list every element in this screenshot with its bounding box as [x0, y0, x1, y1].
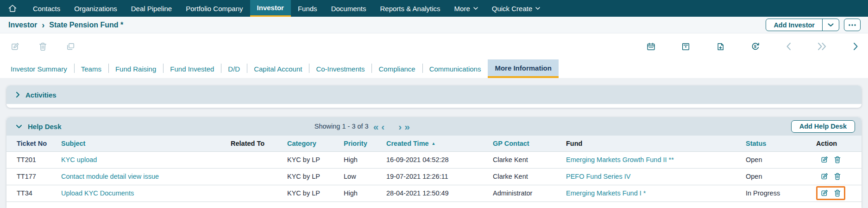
tab-fund-raising[interactable]: Fund Raising	[108, 59, 163, 78]
edit-icon[interactable]	[10, 42, 20, 52]
chevron-right-icon[interactable]	[852, 42, 859, 51]
column-header-ticket-no: Ticket No	[6, 136, 61, 151]
table-row: TT201 KYC upload KYC by LP High 16-09-20…	[6, 151, 862, 168]
record-toolbar: $	[0, 33, 868, 59]
breadcrumb-root[interactable]: Investor	[8, 21, 37, 29]
priority-cell: High	[344, 151, 386, 168]
table-row: TT34 Upload KYC Documents KYC by LP High…	[6, 185, 862, 202]
fund-link[interactable]: Emerging Markets Fund I *	[566, 189, 646, 197]
currency-refresh-icon[interactable]: $	[750, 41, 761, 52]
add-investor-button[interactable]: Add Investor	[766, 19, 822, 31]
nav-item-documents[interactable]: Documents	[324, 0, 373, 17]
next-page-icon[interactable]: ›	[398, 122, 402, 131]
nav-item-label: More	[454, 5, 470, 13]
nav-item-organizations[interactable]: Organizations	[67, 0, 124, 17]
delete-icon[interactable]	[834, 172, 841, 181]
nav-item-label: Funds	[298, 5, 317, 13]
help-desk-card: Help Desk Showing 1 - 3 of 3 « ‹ › » Add…	[6, 117, 862, 208]
edit-icon[interactable]	[820, 172, 829, 181]
nav-item-funds[interactable]: Funds	[291, 0, 324, 17]
nav-item-more[interactable]: More	[447, 0, 485, 17]
duplicate-icon[interactable]	[66, 42, 75, 52]
fund-link[interactable]: PEFO Fund Series IV	[566, 173, 630, 180]
ticket-no-cell: TT201	[6, 151, 61, 168]
activities-section-title: Activities	[25, 91, 57, 99]
column-header-status[interactable]: Status	[746, 136, 816, 151]
column-header-created-time[interactable]: Created Time▲	[386, 136, 493, 151]
category-cell: KYC by LP	[287, 168, 344, 185]
add-help-desk-button[interactable]: Add Help Desk	[791, 120, 855, 133]
more-actions-button[interactable]	[844, 19, 861, 31]
nav-item-reports-analytics[interactable]: Reports & Analytics	[373, 0, 447, 17]
tab-investor-summary[interactable]: Investor Summary	[4, 59, 74, 78]
chevron-left-icon[interactable]	[786, 42, 792, 51]
double-chevron-right-icon[interactable]	[817, 42, 827, 51]
pagination-status: Showing 1 - 3 of 3	[314, 123, 369, 130]
tab-co-investments[interactable]: Co-Investments	[309, 59, 371, 78]
nav-item-deal-pipeline[interactable]: Deal Pipeline	[124, 0, 179, 17]
priority-cell: Low	[344, 168, 386, 185]
home-icon	[7, 3, 18, 13]
report-icon[interactable]	[681, 42, 691, 52]
status-cell: In Progress	[746, 185, 816, 202]
breadcrumb-bar: Investor › State Pension Fund * Add Inve…	[0, 17, 868, 33]
help-desk-collapse-toggle[interactable]: Help Desk	[16, 123, 62, 130]
ticket-no-cell: TT177	[6, 168, 61, 185]
last-page-icon[interactable]: »	[404, 122, 410, 131]
category-cell: KYC by LP	[287, 185, 344, 202]
related-to-cell	[231, 168, 287, 185]
delete-icon[interactable]	[834, 156, 841, 164]
help-desk-section-header: Help Desk Showing 1 - 3 of 3 « ‹ › » Add…	[6, 117, 862, 136]
toolbar-left-group	[10, 42, 75, 52]
column-header-priority[interactable]: Priority	[344, 136, 386, 151]
tab-teams[interactable]: Teams	[74, 59, 108, 78]
gp-contact-cell: Clarke Kent	[493, 151, 566, 168]
nav-item-quick-create[interactable]: Quick Create	[485, 0, 547, 17]
status-cell: Open	[746, 151, 816, 168]
column-header-category[interactable]: Category	[287, 136, 344, 151]
subject-link[interactable]: Contact module detail view issue	[61, 173, 159, 180]
edit-icon[interactable]	[820, 156, 829, 164]
tab-compliance[interactable]: Compliance	[371, 59, 422, 78]
first-page-icon[interactable]: «	[373, 122, 379, 131]
add-document-icon[interactable]	[716, 42, 725, 52]
nav-item-label: Deal Pipeline	[131, 5, 172, 13]
activities-section-header[interactable]: Activities	[6, 85, 862, 104]
add-investor-dropdown-toggle[interactable]	[822, 19, 839, 31]
edit-icon[interactable]	[820, 189, 829, 197]
nav-item-investor[interactable]: Investor	[250, 0, 291, 17]
tab-communications[interactable]: Communications	[422, 59, 488, 78]
tab-content: Activities Help Desk Showing 1 - 3 of 3 …	[0, 78, 868, 208]
calendar-icon[interactable]	[646, 42, 656, 52]
tab-more-information[interactable]: More Information	[488, 59, 559, 78]
nav-item-contacts[interactable]: Contacts	[26, 0, 67, 17]
created-time-cell: 16-09-2021 04:52:28	[386, 151, 493, 168]
prev-page-icon[interactable]: ‹	[381, 122, 384, 131]
action-cell-group	[816, 186, 845, 200]
home-button[interactable]	[0, 0, 26, 17]
created-time-cell: 19-07-2021 12:26:11	[386, 168, 493, 185]
fund-link[interactable]: Emerging Markets Growth Fund II **	[566, 156, 674, 163]
gp-contact-cell: Clarke Kent	[493, 168, 566, 185]
chevron-down-icon	[828, 23, 834, 27]
chevron-right-icon	[16, 91, 20, 98]
column-header-fund: Fund	[566, 136, 746, 151]
toolbar-right-group: $	[646, 41, 859, 52]
nav-item-portfolio-company[interactable]: Portfolio Company	[179, 0, 250, 17]
subject-link[interactable]: Upload KYC Documents	[61, 189, 134, 197]
delete-icon[interactable]	[38, 42, 47, 52]
tab-capital-account[interactable]: Capital Account	[247, 59, 309, 78]
tab-d-d[interactable]: D/D	[221, 59, 247, 78]
delete-icon[interactable]	[834, 189, 841, 197]
table-header-row: Ticket NoSubjectRelated ToCategoryPriori…	[6, 136, 862, 151]
table-body: TT201 KYC upload KYC by LP High 16-09-20…	[6, 151, 862, 202]
breadcrumb-current: State Pension Fund *	[49, 21, 123, 29]
add-investor-split-button: Add Investor	[766, 19, 839, 31]
gp-contact-cell: Administrator	[493, 185, 566, 202]
related-to-cell	[231, 151, 287, 168]
subject-link[interactable]: KYC upload	[61, 156, 97, 163]
sort-asc-icon: ▲	[432, 141, 436, 146]
column-header-subject[interactable]: Subject	[61, 136, 231, 151]
column-header-gp-contact[interactable]: GP Contact	[493, 136, 566, 151]
tab-fund-invested[interactable]: Fund Invested	[163, 59, 221, 78]
